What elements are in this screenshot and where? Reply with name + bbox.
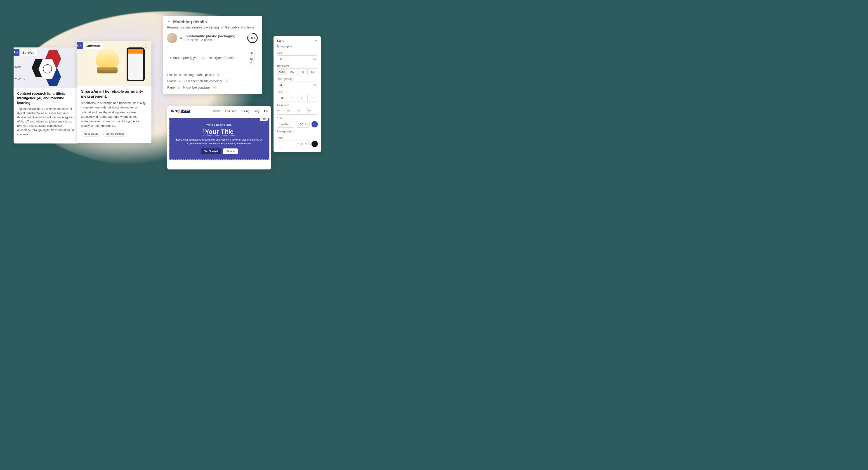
hero-description[interactable]: Boost your business with advanced analyt… [175,138,264,145]
panel-title: Style [277,39,284,42]
bold-button[interactable]: B [277,95,287,101]
match-title: Sustainable plastic packaging... [185,34,244,38]
category-tag: Service [20,49,37,56]
transform-upper[interactable]: AG [287,69,297,75]
field-label: Color [277,117,318,120]
nav-link[interactable]: Home [213,109,220,113]
card-description: Top interdisciplinary development team f… [17,107,75,137]
transform-buttons: None AG Ag ag [277,68,318,75]
swap-icon: ⇄ [221,26,223,29]
transform-none[interactable]: None [277,69,287,75]
style-buttons: B I U S [277,95,318,101]
back-icon[interactable] [167,20,171,24]
login-link[interactable]: Lo [264,109,268,113]
bg-color-swatch[interactable] [311,141,318,147]
category-tag: Software [83,42,103,49]
side-text: hysics [14,65,22,68]
align-left-button[interactable] [277,108,287,114]
sign-in-button[interactable]: Sign in [223,149,238,154]
tag-chip[interactable]: Real Estate [81,131,101,136]
match-line: Paper⇄Microfibre container✓ [167,84,258,91]
more-menu-button[interactable] [143,43,149,49]
match-percentage-ring: 80% [247,32,258,43]
section-title: Background [277,130,318,134]
card-title: Contract research for artificial intelli… [17,91,75,105]
field-label: Color [277,136,318,139]
service-card[interactable]: Service hysics mography Contract researc… [13,48,79,144]
check-icon: ✓ [216,73,220,77]
color-input[interactable]: #1e40af [277,121,294,128]
match-line: Plastic⇄Thin sheet plastic container✓ [167,78,258,84]
opacity-input[interactable]: 100% [296,121,310,128]
card-image: Service hysics mography [13,48,79,88]
bg-color-input[interactable] [277,140,294,147]
question-box: Please specify your pa... ⇄ Type of pack… [167,47,258,69]
transform-lower[interactable]: ag [308,69,318,75]
size-input[interactable]: 20px [277,55,318,62]
align-center-button[interactable] [287,108,297,114]
field-label: Size [277,51,318,55]
field-label: Style [277,91,318,94]
nav-link[interactable]: Features [225,109,236,113]
solution-label: Reusable Solutions [225,25,254,29]
tag-chip[interactable]: Smart Building [103,131,127,136]
side-text: mography [14,77,26,80]
request-label: Request for sustainable packaging [167,25,219,29]
code-icon [77,42,83,49]
alignment-buttons [277,108,318,115]
bg-opacity-input[interactable]: 100% [296,140,310,147]
logo[interactable]: INN⏻LOFT [171,109,190,113]
get-started-button[interactable]: Get Started [201,149,221,154]
transform-title[interactable]: Ag [298,69,308,75]
field-label: Transform [277,64,318,68]
field-label: Alignment [277,104,318,107]
italic-button[interactable]: I [287,95,297,101]
style-panel: Style Typography Size 20px Transform Non… [274,36,321,152]
up-handle[interactable]: ↑ Up [260,117,268,121]
headset-icon [13,49,20,56]
match-subtitle: Reusable Solutions [185,38,244,42]
match-line: Plastic⇄Biodegradable plastic✓ [167,72,258,78]
strike-button[interactable]: S [308,95,318,101]
hero-section[interactable]: ↑ Up We're a creative team! Your Title B… [169,118,270,160]
field-label: Line Spacing [277,77,318,81]
line-spacing-input[interactable]: 24px [277,82,318,88]
hero-pretitle[interactable]: We're a creative team! [175,123,264,126]
hero-title[interactable]: Your Title [204,128,235,135]
page-builder-preview: INN⏻LOFT Home Features Pricing Blog Lo ↑… [167,106,271,169]
underline-button[interactable]: U [298,95,308,101]
card-title: SmartrAir® The reliable air quality meas… [81,89,147,99]
swap-icon: ⇄ [180,36,183,40]
align-right-button[interactable] [298,108,308,114]
match-thumbnail [167,33,177,43]
align-justify-button[interactable] [308,108,318,114]
matching-details-panel: Matching details Request for sustainable… [163,16,262,94]
nav-link[interactable]: Blog [254,109,259,113]
check-icon: ✓ [225,79,229,83]
card-description: SmartrAir® is a reliable and traceable a… [81,101,147,128]
color-swatch[interactable] [311,121,318,127]
builder-nav: INN⏻LOFT Home Features Pricing Blog Lo [167,106,271,116]
chevron-up-icon[interactable] [314,39,318,42]
nav-link[interactable]: Pricing [241,109,249,113]
section-title: Typography [277,45,318,49]
software-card[interactable]: Software SmartrAir® The reliable air qua… [77,41,151,143]
score-badge: 80/100 [248,50,255,66]
card-image: Software [77,41,151,86]
check-icon: ✓ [213,86,217,90]
panel-title: Matching details [173,20,207,24]
swap-icon: ⇄ [209,56,212,60]
